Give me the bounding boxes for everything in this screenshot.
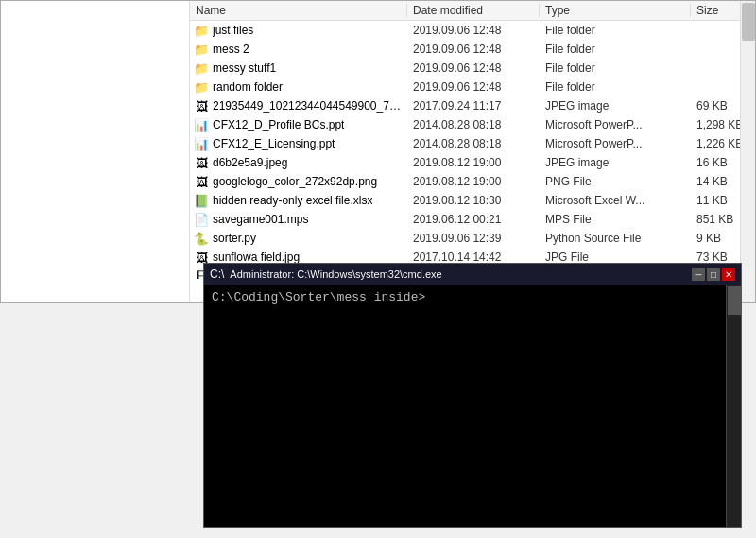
file-name-text: sorter.py [213,232,256,245]
file-name-text: messy stuff1 [213,61,276,75]
table-row[interactable]: 📁messy stuff12019.09.06 12:48File folder [190,59,740,78]
file-date-cell: 2019.09.06 12:48 [407,61,540,75]
table-row[interactable]: 🐍sorter.py2019.09.06 12:39Python Source … [190,229,740,248]
file-date-cell: 2019.08.12 19:00 [407,156,540,169]
scrollbar-thumb[interactable] [742,3,755,41]
file-name-text: googlelogo_color_272x92dp.png [213,175,377,188]
file-type-cell: Microsoft Excel W... [540,194,691,207]
file-date-cell: 2019.09.06 12:39 [407,232,540,245]
col-date[interactable]: Date modified [407,4,540,17]
file-icon-mps: 📄 [194,212,209,227]
file-date-cell: 2019.06.12 00:21 [407,213,540,226]
file-size-cell: 14 KB [691,175,740,188]
file-size-cell: 851 KB [691,213,740,226]
file-name-cell: 📊CFX12_D_Profile BCs.ppt [190,117,407,132]
file-name-text: CFX12_E_Licensing.ppt [213,137,335,150]
file-size-cell: 16 KB [691,156,740,169]
cmd-window: C:\ Administrator: C:\Windows\system32\c… [203,263,742,528]
file-date-cell: 2014.08.28 08:18 [407,137,540,150]
file-list[interactable]: 📁just files2019.09.06 12:48File folder📁m… [190,21,740,279]
file-icon-folder: 📁 [194,79,209,95]
file-size-cell: 9 KB [691,232,740,245]
file-name-text: sunflowa field.jpg [213,251,300,264]
file-size-cell: 11 KB [691,194,740,207]
file-name-text: mess 2 [213,43,249,56]
file-icon-py: 🐍 [194,231,209,246]
file-name-cell: 📁mess 2 [190,42,407,57]
cmd-scrollbar[interactable] [726,285,741,527]
cmd-scrollbar-thumb[interactable] [728,286,741,315]
table-row[interactable]: 🖼d6b2e5a9.jpeg2019.08.12 19:00JPEG image… [190,153,740,172]
file-size-cell: 73 KB [691,251,740,264]
file-type-cell: JPG File [540,251,691,264]
file-type-cell: File folder [540,43,691,56]
file-name-text: just files [213,24,253,37]
file-date-cell: 2017.09.24 11:17 [407,99,540,113]
file-type-cell: Microsoft PowerP... [540,137,691,150]
table-row[interactable]: 📗hidden ready-only excel file.xlsx2019.0… [190,191,740,210]
file-list-header: Name Date modified Type Size [190,1,740,21]
minimize-button[interactable]: ─ [692,268,705,281]
cmd-title-left: C:\ Administrator: C:\Windows\system32\c… [210,268,442,281]
cmd-controls: ─ □ ✕ [692,268,735,281]
file-icon-jpg: 🖼 [194,155,209,170]
file-date-cell: 2014.08.28 08:18 [407,118,540,131]
table-row[interactable]: 📊CFX12_D_Profile BCs.ppt2014.08.28 08:18… [190,115,740,134]
file-icon-folder: 📁 [194,61,209,76]
file-icon-folder: 📁 [194,42,209,57]
table-row[interactable]: 📊CFX12_E_Licensing.ppt2014.08.28 08:18Mi… [190,134,740,153]
file-name-text: 21935449_10212344044549900_706476908... [213,99,404,113]
file-type-cell: PNG File [540,175,691,188]
col-type[interactable]: Type [540,4,691,17]
table-row[interactable]: 🖼21935449_10212344044549900_706476908...… [190,96,740,115]
file-type-cell: File folder [540,80,691,94]
file-size-cell: 1,298 KB [691,118,740,131]
table-row[interactable]: 📁random folder2019.09.06 12:48File folde… [190,78,740,96]
file-name-text: random folder [213,80,283,94]
file-icon-png: 🖼 [194,174,209,189]
file-date-cell: 2019.09.06 12:48 [407,43,540,56]
file-icon-folder: 📁 [194,23,209,38]
main-panel: Name Date modified Type Size 📁just files… [190,1,740,302]
file-name-cell: 🖼21935449_10212344044549900_706476908... [190,98,407,113]
table-row[interactable]: 🖼googlelogo_color_272x92dp.png2019.08.12… [190,172,740,191]
scrollbar[interactable] [740,1,755,302]
col-size[interactable]: Size [691,4,740,17]
file-date-cell: 2019.09.06 12:48 [407,80,540,94]
col-name[interactable]: Name [190,4,407,17]
nav-panel [1,1,190,302]
file-name-cell: 📄savegame001.mps [190,212,407,227]
maximize-button[interactable]: □ [707,268,720,281]
table-row[interactable]: 📁mess 22019.09.06 12:48File folder [190,40,740,59]
file-type-cell: File folder [540,24,691,37]
file-type-cell: MPS File [540,213,691,226]
file-name-cell: 📁random folder [190,79,407,95]
file-type-cell: Microsoft PowerP... [540,118,691,131]
file-name-cell: 🖼googlelogo_color_272x92dp.png [190,174,407,189]
explorer-content: Name Date modified Type Size 📁just files… [1,1,755,302]
file-size-cell: 69 KB [691,99,740,113]
file-date-cell: 2019.09.06 12:48 [407,24,540,37]
table-row[interactable]: 📁just files2019.09.06 12:48File folder [190,21,740,40]
file-type-cell: Python Source File [540,232,691,245]
file-type-cell: JPEG image [540,156,691,169]
cmd-icon: C:\ [210,268,224,281]
file-icon-ppt: 📊 [194,136,209,151]
cmd-title-text: Administrator: C:\Windows\system32\cmd.e… [230,269,441,280]
file-date-cell: 2019.08.12 18:30 [407,194,540,207]
file-icon-ppt: 📊 [194,117,209,132]
file-name-text: CFX12_D_Profile BCs.ppt [213,118,344,131]
file-name-text: d6b2e5a9.jpeg [213,156,287,169]
file-date-cell: 2019.08.12 19:00 [407,175,540,188]
file-size-cell: 1,226 KB [691,137,740,150]
file-name-cell: 🖼d6b2e5a9.jpeg [190,155,407,170]
file-type-cell: JPEG image [540,99,691,113]
file-type-cell: File folder [540,61,691,75]
close-button[interactable]: ✕ [722,268,735,281]
cmd-body[interactable]: C:\Coding\Sorter\mess inside> [204,285,741,527]
table-row[interactable]: 📄savegame001.mps2019.06.12 00:21MPS File… [190,210,740,229]
explorer-window: Name Date modified Type Size 📁just files… [0,0,756,303]
cmd-prompt: C:\Coding\Sorter\mess inside> [212,290,425,304]
file-name-cell: 📗hidden ready-only excel file.xlsx [190,193,407,208]
file-name-cell: 📁just files [190,23,407,38]
